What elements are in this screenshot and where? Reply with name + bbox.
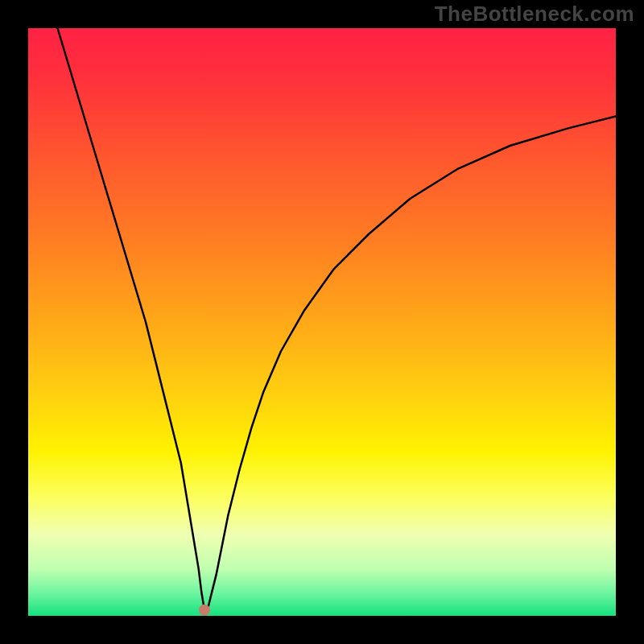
gradient-background (28, 28, 616, 616)
watermark-text: TheBottleneck.com (435, 2, 634, 27)
minimum-dot (199, 605, 210, 616)
chart-frame: TheBottleneck.com (0, 0, 644, 644)
chart-svg (28, 28, 616, 616)
plot-area (28, 28, 616, 616)
